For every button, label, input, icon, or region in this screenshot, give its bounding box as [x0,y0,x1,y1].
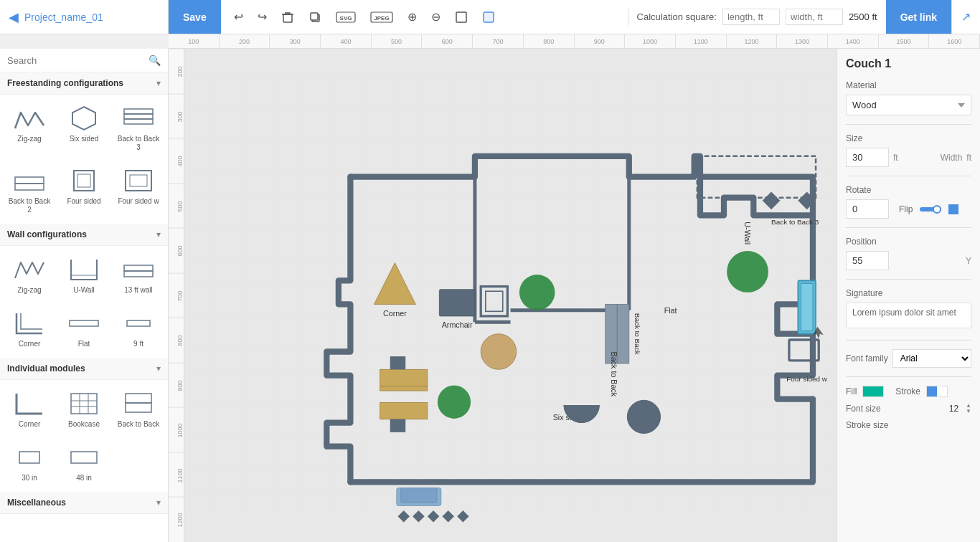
search-input[interactable] [7,55,144,66]
item-foursidedw[interactable]: Four sided w [112,160,165,221]
zigzag-icon [12,104,47,133]
ruler-htick-1200: 1200 [727,34,778,48]
item-zigzag[interactable]: Zig-zag [3,98,56,158]
font-size-arrows[interactable]: ▲ ▼ [966,403,971,414]
toolbar-end: ↗ [951,0,980,34]
item-backtoback2[interactable]: Back to Back 2 [3,160,56,221]
rotate-label: Rotate [846,185,971,195]
svg-text:Back to Back 3: Back to Back 3 [771,218,819,226]
copy-button[interactable] [303,6,327,28]
jpeg-button[interactable]: JPEG [364,6,399,28]
font-family-label: Font family [846,353,888,363]
undo-button[interactable]: ↩ [228,6,249,28]
item-sixsided[interactable]: Six sided [57,98,110,158]
zoom-in-button[interactable]: ⊕ [402,6,423,28]
svg-rect-7 [456,12,466,22]
section-freestanding-header[interactable]: Freestanding configurations ▾ [0,72,168,95]
foursidedw-icon [121,166,156,195]
ruler-vtick-200: 200 [169,49,184,94]
i-30in-label: 30 in [22,474,37,482]
backtoback3-label: Back to Back 3 [116,135,161,152]
svg-button[interactable]: SVG [330,6,362,28]
search-icon: 🔍 [149,54,161,66]
font-family-select[interactable]: Arial [892,349,971,368]
ruler-htick-700: 700 [473,34,524,48]
width-input[interactable] [786,9,843,25]
flip-label: Flip [899,204,913,214]
pan-tool-button[interactable] [476,6,501,28]
individual-arrow: ▾ [156,363,161,374]
backtoback2-icon [12,166,47,195]
svg-rect-53 [390,356,405,369]
project-name[interactable]: Project_name_01 [24,11,103,23]
get-link-button[interactable]: Get link [886,0,951,34]
svg-rect-21 [70,320,98,326]
wall-items: Zig-zag U-Wall 13 ft wal [0,246,168,358]
svg-point-47 [519,275,555,310]
item-w-13ft[interactable]: 13 ft wall [112,249,165,301]
ruler-left: 200300400500600700800900100011001200 [169,49,184,542]
fill-color-box[interactable] [862,386,884,397]
ruler-vtick-900: 900 [169,363,184,408]
zoom-out-button[interactable]: ⊖ [425,6,446,28]
svg-text:Corner: Corner [383,309,407,318]
font-size-row: Font size 12 ▲ ▼ [846,403,971,414]
svg-text:SVG: SVG [339,15,352,22]
position-row: Y [846,251,971,270]
length-input[interactable] [722,9,780,25]
section-individual-header[interactable]: Individual modules ▾ [0,358,168,380]
svg-rect-8 [484,12,494,22]
svg-text:Back to Back: Back to Back [633,313,641,355]
svg-text:Back to Back: Back to Back [610,352,618,397]
section-misc-header[interactable]: Miscellaneous ▾ [0,492,168,514]
select-tool-button[interactable] [449,6,473,28]
w-9ft-label: 9 ft [133,340,143,348]
floorplan-svg[interactable]: Corner Armchair Back [184,49,837,542]
svg-rect-29 [126,403,151,412]
item-i-corner[interactable]: Corner [3,383,56,435]
back-button[interactable]: ◀ [9,9,19,25]
svg-rect-18 [130,175,147,186]
flip-slider[interactable] [920,207,941,211]
item-i-bookcase[interactable]: Bookcase [57,383,110,435]
item-w-flat[interactable]: Flat [57,303,110,355]
svg-point-48 [438,386,471,419]
individual-title: Individual modules [7,363,85,374]
individual-items: Corner Bookcase [0,380,168,492]
size-input[interactable] [846,148,889,167]
svg-rect-17 [126,171,151,191]
svg-marker-72 [397,510,410,523]
item-i-backtoback[interactable]: Back to Back [112,383,165,435]
flip-box[interactable] [948,204,958,214]
signature-textarea[interactable]: Lorem ipsum dolor sit amet [846,303,971,328]
flip-track [920,207,941,211]
item-w-zigzag[interactable]: Zig-zag [3,249,56,301]
item-w-uwall[interactable]: U-Wall [57,249,110,301]
item-i-30in[interactable]: 30 in [3,437,56,489]
item-w-9ft[interactable]: 9 ft [112,303,165,355]
wall-title: Wall configurations [7,229,87,239]
redo-button[interactable]: ↪ [252,6,273,28]
item-w-corner[interactable]: Corner [3,303,56,355]
svg-rect-0 [283,14,292,22]
position-input[interactable] [846,251,889,270]
misc-arrow: ▾ [156,498,161,508]
w-uwall-label: U-Wall [73,286,95,295]
section-wall-header[interactable]: Wall configurations ▾ [0,224,168,246]
stroke-color-box[interactable] [926,386,948,397]
svg-rect-42 [439,290,475,316]
i-48in-label: 48 in [76,474,92,482]
save-button[interactable]: Save [169,0,221,34]
material-select[interactable]: Wood [846,95,971,115]
canvas-area[interactable]: 200300400500600700800900100011001200 [169,49,837,542]
i-bookcase-label: Bookcase [68,420,100,429]
item-i-48in[interactable]: 48 in [57,437,110,489]
delete-button[interactable] [275,6,300,28]
item-backtoback3[interactable]: Back to Back 3 [112,98,165,158]
font-size-down[interactable]: ▼ [966,409,971,414]
main-area: 🔍 Freestanding configurations ▾ Zig-zag [0,49,980,542]
svg-rect-51 [380,386,428,391]
ruler-htick-800: 800 [524,34,575,48]
rotate-input[interactable] [846,199,889,219]
item-foursided[interactable]: Four sided [57,160,110,221]
